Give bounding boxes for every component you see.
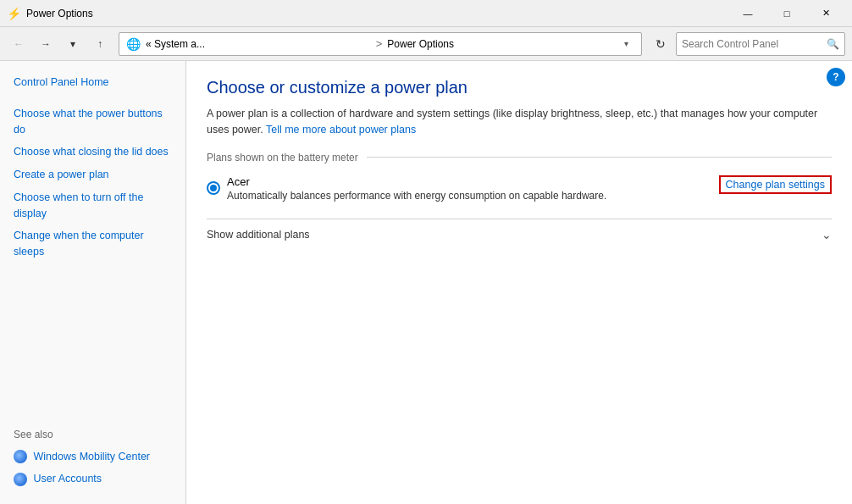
content-description: A power plan is a collection of hardware… [207,106,832,138]
change-plan-settings-link[interactable]: Change plan settings [719,175,832,194]
additional-plans-label: Show additional plans [207,229,822,241]
sidebar-item-control-panel-home[interactable]: Control Panel Home [0,71,185,94]
see-also-label: See also [14,429,172,440]
see-also-section: See also Windows Mobility Center User Ac… [0,418,185,495]
plans-divider [367,157,832,158]
minimize-button[interactable]: — [728,0,767,27]
content-area: ? Choose or customize a power plan A pow… [186,61,852,504]
acer-radio-button[interactable] [207,181,220,195]
main-layout: Control Panel Home Choose what the power… [0,61,852,504]
plans-header-text: Plans shown on the battery meter [207,152,358,163]
plan-row-acer: Acer Automatically balances performance … [207,172,832,205]
sidebar-item-closing-lid[interactable]: Choose what closing the lid does [0,141,185,163]
address-icon: 🌐 [126,37,141,51]
globe-icon-2 [14,473,27,486]
sidebar-item-mobility-center[interactable]: Windows Mobility Center [14,446,172,468]
page-title: Choose or customize a power plan [207,78,832,97]
back-button[interactable]: ← [7,32,30,56]
address-part2: Power Options [387,38,612,50]
address-part1: « System a... [146,38,371,50]
search-bar[interactable]: 🔍 [676,32,845,56]
sidebar-item-computer-sleeps[interactable]: Change when the computer sleeps [0,224,185,263]
window-title: Power Options [26,8,728,19]
sidebar-item-turn-off-display[interactable]: Choose when to turn off the display [0,186,185,225]
recent-button[interactable]: ▾ [61,32,85,56]
sidebar: Control Panel Home Choose what the power… [0,61,186,504]
navigation-bar: ← → ▾ ↑ 🌐 « System a... > Power Options … [0,27,852,61]
refresh-button[interactable]: ↻ [649,32,672,56]
search-input[interactable] [682,38,827,50]
plan-description: Automatically balances performance with … [227,190,719,202]
plans-section: Plans shown on the battery meter Acer Au… [207,152,832,241]
sidebar-item-power-buttons[interactable]: Choose what the power buttons do [0,102,185,141]
chevron-down-icon: ⌄ [822,228,832,241]
app-icon: ⚡ [7,7,21,20]
forward-button[interactable]: → [34,32,58,56]
address-bar[interactable]: 🌐 « System a... > Power Options ▾ [119,32,642,56]
up-button[interactable]: ↑ [88,32,112,56]
address-separator: > [376,37,383,50]
additional-plans-section[interactable]: Show additional plans ⌄ [207,219,832,241]
globe-icon [14,450,27,463]
learn-more-link[interactable]: Tell me more about power plans [266,124,416,136]
maximize-button[interactable]: □ [767,0,806,27]
close-button[interactable]: ✕ [806,0,845,27]
title-bar: ⚡ Power Options — □ ✕ [0,0,852,27]
plan-info-acer: Acer Automatically balances performance … [227,175,719,202]
sidebar-item-user-accounts[interactable]: User Accounts [14,468,172,490]
sidebar-item-create-plan[interactable]: Create a power plan [0,163,185,186]
plan-name: Acer [227,175,719,188]
window-controls: — □ ✕ [728,0,845,27]
help-button[interactable]: ? [827,68,845,86]
plans-header: Plans shown on the battery meter [207,152,832,163]
search-icon: 🔍 [827,38,839,50]
address-chevron-icon[interactable]: ▾ [617,32,634,56]
